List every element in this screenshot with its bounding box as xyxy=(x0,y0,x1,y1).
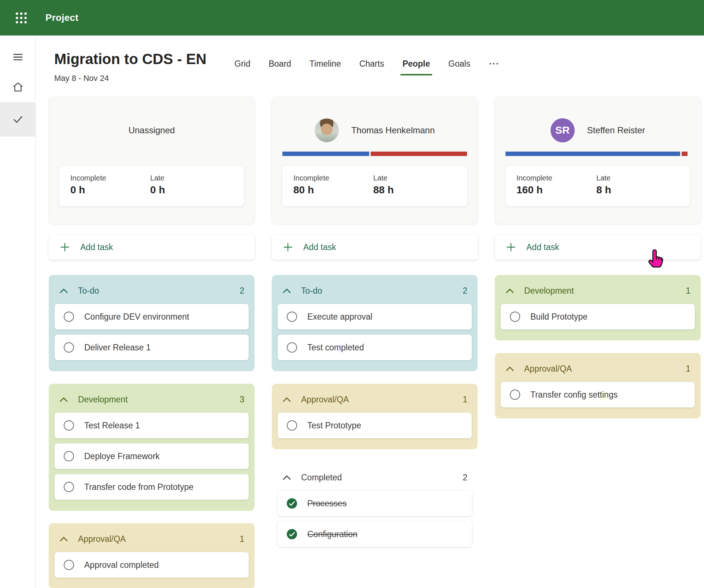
task-group-count: 2 xyxy=(463,286,467,296)
task-complete-toggle[interactable] xyxy=(64,560,74,570)
chevron-up-icon xyxy=(283,289,291,293)
app-title: Project xyxy=(45,12,78,23)
add-task-button[interactable]: Add task xyxy=(272,235,478,260)
check-icon xyxy=(289,501,295,506)
task-group-header[interactable]: To-do 2 xyxy=(272,275,478,304)
task-complete-toggle[interactable] xyxy=(64,482,74,492)
task-card[interactable]: Approval completed xyxy=(55,552,249,578)
waffle-icon xyxy=(15,12,27,24)
task-group-header[interactable]: Development 3 xyxy=(49,384,255,413)
check-icon xyxy=(12,113,24,125)
chevron-up-icon xyxy=(506,366,514,371)
task-group: Approval/QA 1 Approval completed xyxy=(49,523,255,588)
person-summary-card: Thomas Henkelmann Incomplete 80 h Late 8… xyxy=(272,97,478,224)
task-groups: Development 1 Build Prototype Approval/Q… xyxy=(495,275,701,418)
task-group-label: Approval/QA xyxy=(78,534,126,544)
stat-late-label: Late xyxy=(150,174,230,182)
task-complete-toggle[interactable] xyxy=(287,342,297,353)
task-complete-toggle[interactable] xyxy=(287,312,297,322)
task-card[interactable]: Transfer code from Prototype xyxy=(55,474,249,500)
task-complete-toggle[interactable] xyxy=(64,342,74,353)
task-group-header[interactable]: To-do 2 xyxy=(49,275,255,304)
more-tabs-button[interactable]: ••• xyxy=(488,60,501,75)
task-card[interactable]: Execute approval xyxy=(278,304,472,330)
task-complete-toggle[interactable] xyxy=(64,420,74,431)
task-group-label: Development xyxy=(524,286,574,296)
add-task-button[interactable]: Add task xyxy=(49,235,255,260)
plus-icon xyxy=(283,242,293,252)
task-group-header[interactable]: Completed 2 xyxy=(272,462,478,491)
view-tabs: GridBoardTimelineChartsPeopleGoals••• xyxy=(234,59,501,75)
add-task-button[interactable]: Add task xyxy=(495,235,701,260)
task-card[interactable]: Test Prototype xyxy=(278,413,472,438)
task-title: Approval completed xyxy=(84,560,159,570)
stat-late-label: Late xyxy=(373,174,453,182)
stat-late-value: 8 h xyxy=(596,184,676,196)
task-complete-toggle[interactable] xyxy=(510,390,520,400)
chevron-up-icon xyxy=(60,397,68,402)
stat-incomplete-label: Incomplete xyxy=(293,174,373,182)
stat-late: Late 0 h xyxy=(150,174,230,206)
people-board: Unassigned Incomplete 0 h Late 0 h Add t… xyxy=(49,97,704,588)
tab-charts[interactable]: Charts xyxy=(359,59,385,75)
task-group-header[interactable]: Approval/QA 1 xyxy=(495,353,701,382)
tab-board[interactable]: Board xyxy=(268,59,292,75)
chevron-up-icon xyxy=(283,475,291,480)
task-card[interactable]: Transfer config settings xyxy=(501,382,695,407)
task-group-count: 1 xyxy=(240,534,244,544)
task-group-label: Approval/QA xyxy=(301,395,349,405)
chevron-up-icon xyxy=(60,289,68,293)
progress-segment-red xyxy=(682,152,688,156)
task-card[interactable]: Test Release 1 xyxy=(55,413,249,438)
person-summary-card: Unassigned Incomplete 0 h Late 0 h xyxy=(49,97,255,224)
task-card[interactable]: Configuration xyxy=(278,521,472,547)
task-complete-toggle[interactable] xyxy=(64,312,74,322)
hamburger-button[interactable] xyxy=(0,42,36,72)
task-card[interactable]: Build Prototype xyxy=(501,304,695,330)
task-card[interactable]: Processes xyxy=(278,491,472,516)
task-group: Development 3 Test Release 1 Deploye Fra… xyxy=(49,384,255,511)
tab-grid[interactable]: Grid xyxy=(234,59,251,75)
task-group-header[interactable]: Approval/QA 1 xyxy=(272,384,478,413)
workload-progress-bar xyxy=(505,152,690,156)
task-complete-toggle[interactable] xyxy=(64,451,74,461)
tab-timeline[interactable]: Timeline xyxy=(309,59,342,75)
sidebar-item-tasks[interactable] xyxy=(0,102,36,137)
task-group: Completed 2 Processes Configuration xyxy=(272,462,478,553)
task-complete-toggle[interactable] xyxy=(510,312,520,322)
task-group-label: To-do xyxy=(78,286,99,296)
task-complete-toggle[interactable] xyxy=(287,498,297,509)
workload-progress-bar xyxy=(282,152,467,156)
avatar-photo xyxy=(315,118,339,142)
person-summary-card: SR Steffen Reister Incomplete 160 h Late… xyxy=(495,97,701,224)
task-group-count: 1 xyxy=(686,364,690,374)
task-group-count: 1 xyxy=(463,395,467,405)
task-group-header[interactable]: Development 1 xyxy=(495,275,701,304)
tab-goals[interactable]: Goals xyxy=(448,59,471,75)
task-title: Deliver Release 1 xyxy=(84,343,151,353)
stat-late-value: 0 h xyxy=(150,184,230,196)
stat-incomplete-label: Incomplete xyxy=(516,174,596,182)
sidebar-item-home[interactable] xyxy=(0,72,36,102)
stat-late-label: Late xyxy=(596,174,676,182)
task-card[interactable]: Deploye Framework xyxy=(55,443,249,469)
task-card[interactable]: Configure DEV environment xyxy=(55,304,249,330)
view-tab-label: Charts xyxy=(359,59,384,68)
task-group-label: Completed xyxy=(301,473,342,483)
app-window: Project Migration to CDS - EN May 8 - No… xyxy=(0,0,704,588)
add-task-label: Add task xyxy=(303,242,336,252)
add-task-label: Add task xyxy=(526,242,559,252)
task-group-count: 2 xyxy=(240,286,244,296)
task-group: Development 1 Build Prototype xyxy=(495,275,701,340)
task-group-count: 1 xyxy=(686,286,690,296)
task-group-header[interactable]: Approval/QA 1 xyxy=(49,523,255,552)
task-complete-toggle[interactable] xyxy=(287,420,297,431)
stat-incomplete: Incomplete 0 h xyxy=(70,174,150,206)
stat-late-value: 88 h xyxy=(373,184,453,196)
tab-people[interactable]: People xyxy=(402,59,431,75)
task-title: Configuration xyxy=(307,529,357,539)
task-card[interactable]: Test completed xyxy=(278,335,472,360)
task-complete-toggle[interactable] xyxy=(287,529,297,539)
task-card[interactable]: Deliver Release 1 xyxy=(55,335,249,360)
app-launcher-button[interactable] xyxy=(12,8,31,27)
